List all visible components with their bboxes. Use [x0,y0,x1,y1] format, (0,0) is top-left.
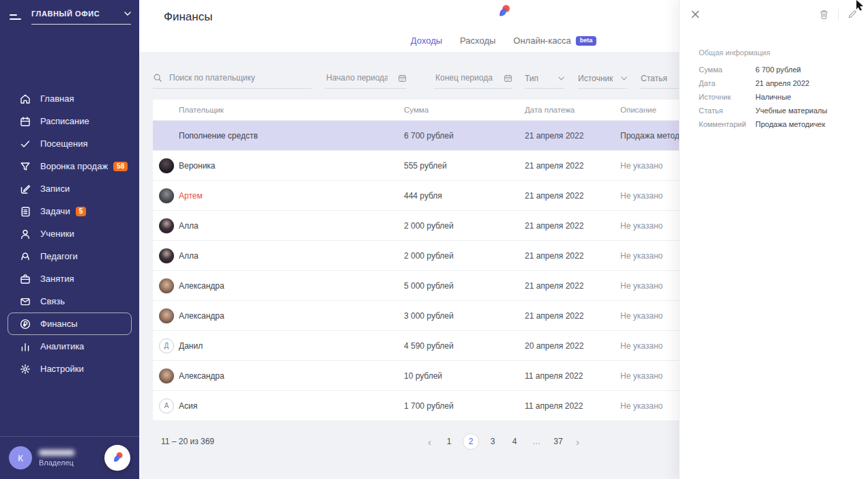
prev-page-button[interactable]: ‹ [424,437,435,447]
tab-bar: ДоходыРасходыОнлайн-кассаbeta [411,35,596,46]
sidebar-item-edit[interactable]: Записи [8,177,132,200]
payer-cell: Александра [153,311,404,321]
drawer-fields: Сумма6 700 рублейДата21 апреля 2022Источ… [699,66,857,128]
avatar [159,308,174,323]
tab-income[interactable]: Доходы [411,35,442,46]
detail-field: ИсточникНаличные [699,93,857,101]
calendar-icon[interactable] [504,74,512,83]
sidebar-item-tasks[interactable]: Задачи5 [8,200,132,222]
field-label: Дата [699,79,755,87]
field-value: 6 700 рублей [755,66,801,74]
page-button[interactable]: 4 [506,433,523,450]
tab-label: Онлайн-касса [513,35,570,46]
delete-button[interactable] [819,9,829,20]
period-end-input[interactable] [434,72,498,83]
edit-button[interactable] [848,10,857,19]
sidebar-item-label: Педагоги [40,251,78,261]
date-cell: 21 апреля 2022 [525,251,620,261]
sidebar-item-check[interactable]: Посещения [8,132,132,155]
sum-cell: 3 000 рублей [404,311,525,321]
next-page-button[interactable]: › [572,437,583,447]
settings-icon [19,363,31,375]
payer-cell: Александра [153,371,404,381]
avatar [159,368,174,383]
detail-field: КомментарийПродажа методичек [699,120,857,128]
sum-cell: 10 рублей [404,371,525,381]
source-select[interactable]: Источник [578,74,627,89]
sidebar-item-ruble[interactable]: Финансы [8,313,132,335]
page-button[interactable]: 1 [441,433,457,450]
sum-cell: 444 рубля [404,191,525,201]
tab-expenses[interactable]: Расходы [460,35,495,46]
user-profile[interactable]: К Владелец [0,436,139,479]
funnel-icon [19,160,31,173]
user-role: Владелец [39,459,104,467]
period-start-field [325,72,407,89]
page-button[interactable]: 37 [550,433,566,450]
pager: ‹1234…37› [424,433,583,450]
date-cell: 11 апреля 2022 [525,371,620,381]
sidebar-item-settings[interactable]: Настройки [8,358,132,380]
sidebar-item-funnel[interactable]: Воронка продаж58 [8,155,132,177]
brand-logo [104,445,130,471]
sidebar-item-analytics[interactable]: Аналитика [8,335,132,358]
sidebar-item-home[interactable]: Главная [8,87,132,110]
period-start-input[interactable] [325,72,389,83]
sum-cell: 5 000 рублей [404,281,525,291]
avatar [159,278,174,293]
teacher-icon [19,250,31,263]
student-icon [19,228,31,240]
tab-label: Доходы [411,35,442,46]
pagination-summary: 11 – 20 из 369 [161,437,214,446]
search-input[interactable] [168,72,311,83]
sidebar-item-label: Финансы [40,319,78,329]
sum-cell: 2 000 рублей [404,251,525,261]
org-switcher[interactable]: ГЛАВНЫЙ ОФИС [31,10,131,25]
sidebar-item-label: Аналитика [40,341,84,351]
menu-icon[interactable] [10,11,23,23]
sidebar-item-label: Записи [40,184,70,194]
avatar [159,158,174,173]
page-button[interactable]: 2 [463,433,479,450]
field-label: Сумма [699,66,755,74]
date-cell: 21 апреля 2022 [525,281,620,291]
payer-cell: Артем [153,191,404,201]
sidebar-item-mail[interactable]: Связь [8,290,132,313]
divider [838,9,839,20]
chevron-down-icon [621,76,627,81]
type-select[interactable]: Тип [525,74,564,89]
brand-logo-icon [110,450,125,465]
sidebar-item-briefcase[interactable]: Занятия [8,267,132,290]
sidebar-item-teacher[interactable]: Педагоги [8,245,132,267]
sidebar: ГЛАВНЫЙ ОФИС ГлавнаяРасписаниеПосещенияВ… [0,0,139,479]
home-icon [19,93,31,105]
edit-icon [19,183,31,195]
detail-field: Сумма6 700 рублей [699,66,857,74]
sidebar-item-label: Посещения [40,139,88,149]
search-field [153,72,311,89]
avatar: К [9,446,32,469]
field-value: 21 апреля 2022 [755,79,809,87]
sidebar-item-label: Ученики [40,229,74,239]
tab-label: Расходы [460,35,495,46]
page-button[interactable]: 3 [484,433,501,450]
close-icon[interactable] [691,10,700,19]
count-badge: 5 [76,207,87,216]
sidebar-item-student[interactable]: Ученики [8,222,132,245]
date-cell: 21 апреля 2022 [525,221,620,231]
field-value: Продажа методичек [755,120,825,128]
app-logo [495,3,512,20]
source-select-label: Источник [578,74,613,83]
tab-online-kassa[interactable]: Онлайн-кассаbeta [513,35,596,46]
sidebar-item-calendar[interactable]: Расписание [8,110,132,132]
check-icon [19,138,31,150]
sum-cell: 555 рублей [404,161,525,171]
column-header: Сумма [404,106,525,114]
app-logo-icon [495,3,512,20]
calendar-icon[interactable] [398,74,407,83]
detail-field: Дата21 апреля 2022 [699,79,857,87]
count-badge: 58 [113,162,128,171]
field-label: Комментарий [699,120,755,128]
analytics-icon [19,340,31,353]
page-title: Финансы [164,10,212,24]
